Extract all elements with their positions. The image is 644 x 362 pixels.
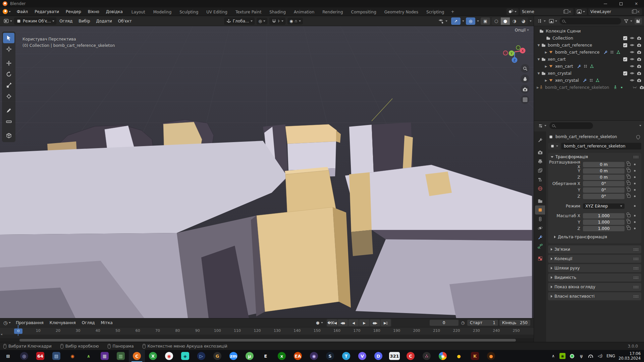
filter-button[interactable] bbox=[623, 18, 633, 24]
render-camera-toggle[interactable] bbox=[636, 43, 643, 47]
animate-dot[interactable] bbox=[634, 195, 636, 197]
telegram[interactable]: T bbox=[338, 350, 354, 362]
workspace-tab[interactable]: Scripting bbox=[422, 8, 448, 16]
gpu-z[interactable]: ▥ bbox=[113, 350, 129, 362]
drag-dots-icon[interactable] bbox=[633, 286, 639, 289]
tray-clock[interactable]: 17:06 20.03.2024 bbox=[619, 351, 641, 361]
blender-app[interactable]: ◉ bbox=[64, 350, 80, 362]
modifier-wrench-icon[interactable] bbox=[582, 78, 588, 83]
zoom-viewport-button[interactable] bbox=[521, 64, 529, 73]
collapse-icon[interactable]: ▼ bbox=[537, 44, 541, 47]
ortho-toggle-button[interactable] bbox=[521, 95, 529, 104]
hide-eye-toggle[interactable] bbox=[629, 57, 636, 61]
modifier-wrench-icon[interactable] bbox=[603, 50, 608, 55]
transform-tool[interactable] bbox=[3, 91, 14, 102]
lock-icon[interactable] bbox=[627, 169, 631, 172]
transform-value-field[interactable]: 0° bbox=[583, 187, 625, 193]
timeline-track-area[interactable]: ◂ bbox=[0, 335, 534, 338]
playhead[interactable] bbox=[18, 325, 18, 336]
menu-item[interactable]: Файл bbox=[13, 8, 31, 15]
copy-icon[interactable] bbox=[564, 10, 567, 13]
discord[interactable]: D bbox=[370, 350, 386, 362]
current-frame-field[interactable]: 0 bbox=[430, 320, 459, 326]
tab-scene[interactable] bbox=[535, 175, 545, 184]
animate-dot[interactable] bbox=[634, 215, 636, 217]
transform-value-field[interactable]: 0° bbox=[583, 194, 625, 199]
tab-output[interactable] bbox=[535, 157, 545, 166]
language-indicator[interactable]: ENG bbox=[606, 354, 615, 358]
prev-keyframe[interactable]: ◀◆ bbox=[338, 319, 348, 326]
tab-texture[interactable] bbox=[535, 254, 545, 263]
viber[interactable]: V bbox=[354, 350, 370, 362]
workspace-tab[interactable]: Compositing bbox=[347, 8, 380, 16]
drag-dots-icon[interactable] bbox=[633, 156, 639, 159]
shading-material-button[interactable]: ◑ bbox=[510, 17, 519, 25]
add-cube-tool[interactable] bbox=[3, 130, 14, 141]
recorder-tray-icon[interactable] bbox=[569, 353, 575, 359]
outliner-row-skeleton[interactable]: ▶ bomb_cart_reference_skeleton ▪ bbox=[534, 84, 644, 91]
drag-dots-icon[interactable] bbox=[633, 257, 639, 260]
timeline-menu-item[interactable]: Огляд bbox=[79, 319, 98, 326]
unlink-icon[interactable]: × bbox=[568, 9, 572, 14]
lock-icon[interactable] bbox=[627, 182, 631, 185]
epic-games[interactable]: E bbox=[258, 350, 274, 362]
animate-dot[interactable] bbox=[634, 170, 636, 172]
breadcrumb-object-name[interactable]: bomb_cart_reference_skeleton bbox=[555, 134, 617, 139]
panel-collapsed[interactable]: Шляхи руху bbox=[548, 264, 641, 272]
viewport-menu-item[interactable]: Додати bbox=[93, 17, 115, 25]
timeline-menu-item[interactable]: Ключування bbox=[47, 319, 79, 326]
properties-search-input[interactable] bbox=[549, 122, 593, 129]
auto-keying-toggle[interactable]: ● bbox=[314, 319, 325, 326]
globe-app[interactable]: X bbox=[145, 350, 161, 362]
animate-dot[interactable] bbox=[634, 189, 636, 191]
rotation-mode-dropdown[interactable]: XYZ Ейлер bbox=[583, 203, 625, 209]
viewlayer-browse-button[interactable] bbox=[575, 8, 587, 15]
add-workspace-button[interactable]: + bbox=[448, 8, 457, 16]
scene-browse-button[interactable] bbox=[506, 8, 519, 15]
ubisoft[interactable]: ◉ bbox=[306, 350, 322, 362]
viewport-menu-item[interactable]: Огляд bbox=[56, 17, 75, 25]
transform-value-field[interactable]: 1.000 bbox=[583, 226, 625, 231]
tab-render[interactable] bbox=[535, 148, 545, 157]
collapse-icon[interactable]: ▼ bbox=[537, 58, 541, 61]
menu-item[interactable]: Вікно bbox=[85, 8, 103, 15]
wifi-tray-icon[interactable] bbox=[588, 353, 594, 359]
menu-item[interactable]: Рендер bbox=[62, 8, 85, 15]
next-keyframe[interactable]: ◆▶ bbox=[370, 319, 380, 326]
remove-icon[interactable]: × bbox=[637, 9, 640, 14]
k-app[interactable]: K bbox=[467, 350, 483, 362]
camera-view-button[interactable] bbox=[521, 85, 529, 94]
viewport-options-dropdown[interactable]: Опції bbox=[515, 28, 529, 33]
panel-collapsed[interactable]: Колекції bbox=[548, 255, 641, 263]
utorrent[interactable]: µ bbox=[241, 350, 258, 362]
render-camera-toggle[interactable] bbox=[636, 78, 643, 82]
tab-collection[interactable] bbox=[535, 196, 545, 205]
video-editor[interactable]: ▤ bbox=[48, 350, 64, 362]
render-camera-toggle[interactable] bbox=[636, 64, 643, 68]
atom-app[interactable]: ◎ bbox=[16, 350, 32, 362]
chrome[interactable]: ◉ bbox=[435, 350, 451, 362]
collapse-icon[interactable]: ▼ bbox=[537, 72, 541, 75]
armature-data-icon[interactable] bbox=[612, 85, 618, 90]
tab-view-layer[interactable] bbox=[535, 166, 545, 175]
snap-group[interactable]: ⊦ bbox=[269, 17, 285, 25]
material-icon[interactable] bbox=[609, 50, 614, 55]
expand-icon[interactable]: ▶ bbox=[544, 65, 548, 68]
chip-app[interactable]: ▦ bbox=[97, 350, 113, 362]
shading-wireframe-button[interactable]: ○ bbox=[492, 17, 501, 25]
tab-tool[interactable] bbox=[535, 135, 545, 144]
animate-dot[interactable] bbox=[634, 183, 636, 184]
material-icon[interactable] bbox=[589, 78, 594, 83]
outliner-row-xen-crystal-object[interactable]: ▶ xen_crystal bbox=[534, 77, 644, 84]
render-camera-toggle[interactable] bbox=[636, 50, 643, 54]
gog[interactable]: G bbox=[209, 350, 225, 362]
hide-eye-toggle[interactable] bbox=[629, 78, 636, 82]
yellow-ball-app[interactable]: ● bbox=[451, 350, 467, 362]
hide-eye-toggle[interactable] bbox=[629, 43, 636, 47]
tab-modifiers[interactable] bbox=[535, 233, 545, 242]
viewport-3d[interactable]: Користувач Перспектива (0) Collection | … bbox=[0, 26, 534, 318]
usb-tray-icon[interactable]: ψ bbox=[578, 353, 584, 359]
object-name-field[interactable]: bomb_cart_reference_skeleton bbox=[561, 143, 641, 149]
transform-value-field[interactable]: 0 m bbox=[583, 168, 625, 174]
workspace-tab[interactable]: Shading bbox=[265, 8, 290, 16]
